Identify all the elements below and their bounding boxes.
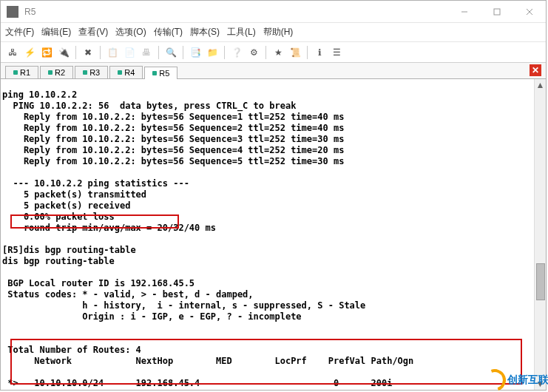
maximize-button[interactable] <box>481 1 513 22</box>
menu-view[interactable]: 查看(V) <box>78 26 108 38</box>
status-dot-icon <box>13 70 18 75</box>
tab-label: R4 <box>124 68 135 77</box>
toolbar-session-icon[interactable]: 📁 <box>205 45 220 60</box>
toolbar-info-icon[interactable]: ℹ <box>312 45 327 60</box>
toolbar-separator <box>158 46 159 59</box>
watermark-text: 创新互联 <box>507 374 548 387</box>
toolbar-disconnect-icon[interactable]: 🔌 <box>56 45 71 60</box>
toolbar-find-icon[interactable]: 🔍 <box>163 45 178 60</box>
minimize-button[interactable] <box>448 1 481 22</box>
menu-options[interactable]: 选项(O) <box>115 26 146 38</box>
terminal-output[interactable]: ping 10.10.2.2 PING 10.10.2.2: 56 data b… <box>1 88 546 390</box>
toolbar: 🖧 ⚡ 🔁 🔌 ✖ 📋 📄 🖶 🔍 📑 📁 ❔ ⚙ ★ 📜 ℹ ☰ <box>1 42 546 63</box>
toolbar-reconnect-icon[interactable]: 🔁 <box>39 45 54 60</box>
tab-r3[interactable]: R3 <box>75 66 108 78</box>
tab-r4[interactable]: R4 <box>109 66 143 78</box>
toolbar-separator <box>75 46 76 59</box>
menu-help[interactable]: 帮助(H) <box>263 26 294 38</box>
menu-transfer[interactable]: 传输(T) <box>154 26 183 38</box>
tab-r1[interactable]: R1 <box>5 66 38 78</box>
toolbar-separator <box>307 46 308 59</box>
tabbar: R1 R2 R3 R4 R5 ✕ <box>1 63 546 79</box>
toolbar-separator <box>224 46 225 59</box>
menu-scripts[interactable]: 脚本(S) <box>190 26 220 38</box>
toolbar-separator <box>183 46 183 59</box>
menubar: 文件(F) 编辑(E) 查看(V) 选项(O) 传输(T) 脚本(S) 工具(L… <box>1 23 546 42</box>
watermark: 创新互联 <box>484 366 548 392</box>
svg-rect-1 <box>494 9 500 15</box>
toolbar-separator <box>265 46 266 59</box>
toolbar-copy-icon[interactable]: 📋 <box>105 45 120 60</box>
scroll-track[interactable] <box>535 91 546 378</box>
toolbar-history-icon[interactable]: 📜 <box>288 45 302 60</box>
toolbar-settings-icon[interactable]: ⚙ <box>246 45 261 60</box>
status-dot-icon <box>83 70 87 75</box>
status-dot-icon <box>118 70 122 75</box>
toolbar-favorites-icon[interactable]: ★ <box>271 45 285 60</box>
toolbar-cancel-icon[interactable]: ✖ <box>81 45 95 60</box>
toolbar-help-icon[interactable]: ❔ <box>229 45 244 60</box>
toolbar-paste-icon[interactable]: 📄 <box>122 45 137 60</box>
scrollbar[interactable]: ▲ ▼ <box>534 79 546 390</box>
toolbar-connect-icon[interactable]: 🖧 <box>5 45 20 60</box>
scroll-up-icon[interactable]: ▲ <box>535 79 546 91</box>
tabbar-close-button[interactable]: ✕ <box>530 64 541 76</box>
toolbar-print-icon[interactable]: 🖶 <box>139 45 154 60</box>
tab-r2[interactable]: R2 <box>40 66 73 78</box>
close-button[interactable] <box>513 1 546 22</box>
tab-label: R2 <box>55 68 65 77</box>
tab-r5[interactable]: R5 <box>144 67 177 79</box>
tab-label: R1 <box>20 68 30 77</box>
window-title: R5 <box>23 7 448 17</box>
watermark-swoosh-icon <box>480 365 510 392</box>
status-dot-icon <box>48 70 53 75</box>
tab-label: R5 <box>159 69 169 78</box>
menu-file[interactable]: 文件(F) <box>5 26 34 38</box>
app-icon <box>7 6 18 18</box>
titlebar: R5 <box>1 1 546 23</box>
tab-label: R3 <box>89 68 100 77</box>
status-dot-icon <box>152 71 157 75</box>
toolbar-list-icon[interactable]: ☰ <box>329 45 344 60</box>
scroll-thumb[interactable] <box>536 263 545 300</box>
menu-edit[interactable]: 编辑(E) <box>41 26 71 38</box>
toolbar-properties-icon[interactable]: 📑 <box>188 45 203 60</box>
menu-tools[interactable]: 工具(L) <box>227 26 256 38</box>
toolbar-quickconnect-icon[interactable]: ⚡ <box>22 45 37 60</box>
toolbar-separator <box>100 46 101 59</box>
